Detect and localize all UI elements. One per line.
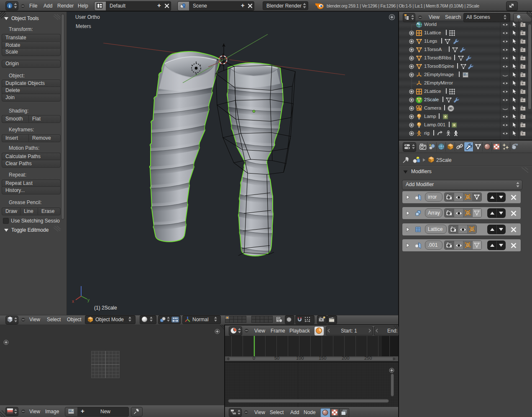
svg-text:i: i	[9, 3, 10, 8]
svg-text:y: y	[87, 298, 90, 302]
svg-text:User Ortho: User Ortho	[75, 14, 100, 20]
svg-text:(1) 2Scale: (1) 2Scale	[94, 305, 117, 311]
svg-text:x: x	[72, 299, 74, 304]
svg-text:Meters: Meters	[76, 23, 91, 29]
